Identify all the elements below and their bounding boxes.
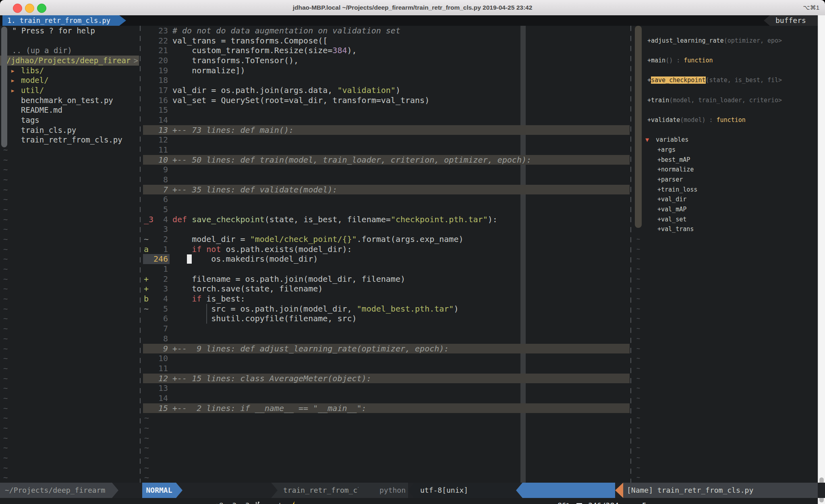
tree-file-tags[interactable]: tags [0,115,139,125]
line-indicator: 246/284 [588,501,619,504]
empty-line-tilde: ~ [0,324,139,334]
code-line[interactable]: 6 [143,194,630,204]
tag-variable-best_mAP[interactable]: +best_mAP [634,155,818,165]
code-line[interactable]: 19 normalize]) [143,66,630,76]
empty-line-tilde: ~ [634,334,818,344]
empty-line-tilde: ~ [0,284,139,294]
code-line[interactable]: 12 [143,135,630,145]
code-line[interactable]: 14 [143,115,630,125]
tag-blank-row [634,105,818,115]
powerline-arrow-warning [615,483,623,498]
code-line[interactable]: 11 [143,364,630,374]
empty-line-tilde: ~ [0,344,139,354]
tree-dir-model[interactable]: ▸model/ [0,75,139,85]
code-line[interactable]: 9 [143,165,630,175]
code-line[interactable]: 13 [143,383,630,393]
code-line[interactable]: ~2 model_dir = "model/check_point/{}".fo… [143,234,630,244]
code-line[interactable]: 246 os.makedirs(model_dir) [143,254,630,264]
code-text: transforms.ToTensor(), [172,56,298,66]
fold-line[interactable]: 12+-- 15 lines: class AverageMeter(objec… [143,374,630,384]
tagbar-scrollbar-thumb[interactable] [635,26,642,228]
code-line[interactable]: 3 [143,224,630,234]
code-line[interactable]: 11 [143,145,630,155]
window-title: jdhao-MBP.local ~/Projects/deep_firearm/… [0,0,825,15]
empty-line-tilde: ~ [143,413,630,423]
macos-scrollbar-track[interactable] [818,15,825,504]
tag-kind-header-variables[interactable]: ▼variables [634,135,818,145]
text-cursor [187,254,192,264]
tree-file-train_retr_from_clspy[interactable]: train_retr_from_cls.py [0,135,139,145]
code-line[interactable]: _34def save_checkpoint(state, is_best, f… [143,215,630,225]
empty-line-tilde: ~ [634,393,818,403]
empty-line-tilde: ~ [0,274,139,284]
code-line[interactable]: ~5 src = os.path.join(model_dir, "model_… [143,304,630,314]
tab-active[interactable]: 1. train_retr_from_cls.py [2,15,119,26]
code-line[interactable]: 23# do not do data augmentation on valid… [143,26,630,36]
empty-line-tilde: ~ [0,334,139,344]
tag-variable-val_dir[interactable]: +val_dir [634,194,818,204]
empty-line-tilde: ~ [634,433,818,443]
code-line[interactable]: 21 custom_transform.Resize(size=384), [143,45,630,56]
code-line[interactable]: 20 transforms.ToTensor(), [143,56,630,66]
code-line[interactable]: b4 if is_best: [143,294,630,304]
tag-function-main[interactable]: +main() : function [634,56,818,66]
fold-line[interactable]: 15+-- 2 lines: if __name__ == "__main__"… [143,403,630,413]
tag-variable-args[interactable]: +args [634,145,818,155]
code-line[interactable]: a1 if not os.path.exists(model_dir): [143,244,630,254]
tagbar-statusline: [Name] train_retr_from_cls.py [623,483,818,498]
code-line[interactable]: 14 [143,393,630,403]
git-branch-icon [254,501,261,504]
nerdtree-scrollbar-thumb[interactable] [1,27,7,147]
tag-function-save_checkpoint[interactable]: +save_checkpoint(state, is_best, fil> [634,75,818,85]
buffers-label[interactable]: buffers [770,15,818,26]
code-line[interactable]: 1 [143,264,630,274]
empty-line-tilde: ~ [634,353,818,364]
code-line[interactable]: 8 [143,334,630,344]
fold-line[interactable]: 7+-- 35 lines: def validate(model): [143,185,630,195]
empty-line-tilde: ~ [0,463,139,473]
code-line[interactable]: 18 [143,75,630,85]
tag-function-adjust_learning_rate[interactable]: +adjust_learning_rate(optimizer, epo> [634,36,818,46]
code-line[interactable]: +3 torch.save(state, filename) [143,284,630,294]
tag-function-train[interactable]: +train(model, train_loader, criterio> [634,95,818,105]
tab-shortcut-hint: ⌥⌘1 [803,0,819,15]
code-text: shutil.copyfile(filename, src) [172,314,357,324]
code-line[interactable]: +2 filename = os.path.join(model_dir, fi… [143,274,630,284]
tree-file-benchmark_on_testpy[interactable]: benchmark_on_test.py [0,95,139,105]
tree-dir-util[interactable]: ▸util/ [0,85,139,95]
window-separator-left[interactable] [140,26,141,483]
code-line[interactable]: 10 [143,353,630,364]
empty-line-tilde: ~ [0,155,139,165]
tree-up-dir[interactable]: .. (up a dir) [0,45,139,56]
tag-variable-train_loss[interactable]: +train_loss [634,185,818,195]
tag-variable-val_trans[interactable]: +val_trans [634,224,818,234]
mode-indicator: NORMAL [142,483,176,498]
tree-file-READMEmd[interactable]: README.md [0,105,139,115]
window-separator-right[interactable] [630,26,631,483]
code-line[interactable]: 16val_set = QuerySet(root=val_dir, trans… [143,95,630,105]
code-line[interactable]: 8 [143,175,630,185]
tag-variable-normalize[interactable]: +normalize [634,165,818,175]
empty-line-tilde: ~ [634,473,818,483]
fold-line[interactable]: 10+-- 50 lines: def train(model, train_l… [143,155,630,165]
empty-line-tilde: ~ [0,374,139,384]
code-line[interactable]: 5 [143,204,630,215]
empty-line-tilde: ~ [0,254,139,264]
tag-variable-parser[interactable]: +parser [634,175,818,185]
tree-dir-libs[interactable]: ▸libs/ [0,66,139,76]
fold-line[interactable]: 9+-- 9 lines: def adjust_learning_rate(o… [143,344,630,354]
column-indicator: 5 [642,501,647,504]
tag-function-validate[interactable]: +validate(model) : function [634,115,818,125]
code-line[interactable]: 7 [143,324,630,334]
tag-variable-val_mAP[interactable]: +val_mAP [634,204,818,215]
code-line[interactable]: 6 shutil.copyfile(filename, src) [143,314,630,324]
tag-variable-val_set[interactable]: +val_set [634,215,818,225]
code-line[interactable]: 17val_dir = os.path.join(args.data, "val… [143,85,630,95]
code-editor-pane[interactable]: 23# do not do data augmentation on valid… [143,26,630,483]
statusline: ~/Projects/deep_firearm NORMAL +8 ~3 -3 … [0,483,825,498]
fold-line[interactable]: 13+-- 73 lines: def main(): [143,125,630,135]
code-line[interactable]: 22val_trans = transforms.Compose([ [143,36,630,46]
code-line[interactable]: 15 [143,105,630,115]
tree-file-train_clspy[interactable]: train_cls.py [0,125,139,135]
tree-root-row[interactable]: </jdhao/Projects/deep_firear> [0,56,139,66]
